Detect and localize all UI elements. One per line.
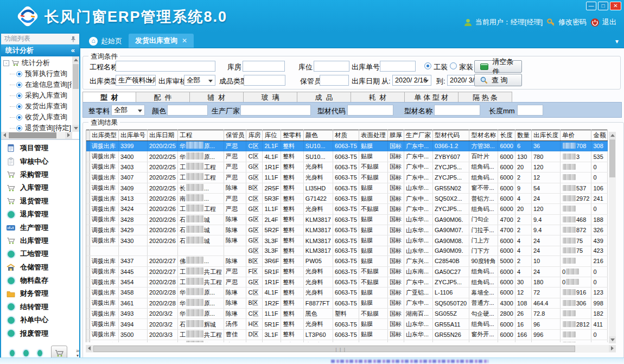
table-row[interactable]: 调拨出库35002020/3/3工共工程曹佳D区3L1F整料LT3P606063… <box>86 329 608 340</box>
column-header[interactable]: 出库日期 <box>148 130 178 141</box>
sidebar-item-项目管理[interactable]: 项目管理 <box>1 142 79 155</box>
sidebar-more-button[interactable]: » ▾ <box>76 348 79 358</box>
material-tab-单体型材[interactable]: 单 体 型 材 <box>405 92 459 103</box>
tab-shipment-query[interactable]: 发货出库查询 ✕ <box>129 34 194 48</box>
table-row[interactable]: 调拨出库34582020/2/28华原...陈琳C区4L1F整料光身料6063-… <box>86 288 608 298</box>
date-from-dropdown[interactable]: 2020/ 2/16 <box>392 75 431 86</box>
material-tab-耗材[interactable]: 耗 材 <box>351 92 405 103</box>
column-header[interactable]: 工程 <box>177 130 224 141</box>
scroll-left-icon[interactable] <box>86 345 93 352</box>
scroll-up-icon[interactable] <box>609 132 616 139</box>
column-header[interactable]: 材质 <box>333 130 359 141</box>
column-header[interactable]: 表面处理 <box>359 130 387 141</box>
sidebar-item-物料盘存[interactable]: 物料盘存 <box>1 274 79 287</box>
sidebar-item-工地管理[interactable]: 工地管理 <box>1 247 79 260</box>
profile-name-input[interactable] <box>434 105 480 116</box>
quick-circle-icon[interactable] <box>23 350 28 356</box>
sidebar-item-补单中心[interactable]: 补单中心 <box>1 314 79 327</box>
radio-industrial[interactable] <box>424 62 431 69</box>
sidebar-item-采购管理[interactable]: 采购管理 <box>1 168 79 181</box>
table-row[interactable]: 调拨出库34452020/2/27工共工程严思F区5R1F整料光身料6063-T… <box>86 266 608 277</box>
change-password-link[interactable]: 修改密码 <box>546 17 587 27</box>
quick-circle-icon[interactable] <box>10 350 15 356</box>
sidebar-item-结转管理[interactable]: 结转管理 <box>1 301 79 314</box>
tree-expander-icon[interactable]: - <box>3 60 9 66</box>
tab-close-icon[interactable]: ✕ <box>182 37 187 44</box>
tree-horizontal-scrollbar[interactable] <box>1 132 72 139</box>
length-input[interactable] <box>517 105 543 116</box>
tree-item-预算执行查询[interactable]: 预算执行查询 <box>2 68 72 79</box>
column-header[interactable]: 长度 <box>498 130 515 141</box>
sidebar-item-报废管理[interactable]: 报废管理 <box>1 327 79 340</box>
tree-vscroll-thumb[interactable] <box>73 64 79 89</box>
column-header[interactable]: 生产厂家 <box>404 130 432 141</box>
close-button[interactable]: ✕ <box>610 2 621 10</box>
table-row[interactable]: 调拨出库34032020/2/25工工程严思G区1R1F整料光身料6063-T5… <box>86 162 608 172</box>
quick-circle-icon[interactable] <box>37 350 42 356</box>
sidebar-item-退库管理[interactable]: 退库管理 <box>1 208 79 221</box>
material-tab-隔热条[interactable]: 隔 热 条 <box>459 92 512 103</box>
table-row[interactable]: 调拨出库35102020/3/4工共工程陈琳F区5R1F整料光身料6063-T5… <box>86 340 608 342</box>
material-tab-型材[interactable]: 型 材 <box>82 92 136 103</box>
column-header[interactable]: 库房 <box>246 130 263 141</box>
section-header[interactable]: 统计分析 « <box>1 44 79 56</box>
column-header[interactable]: 出库长度 <box>531 130 560 141</box>
table-row[interactable]: G区3L3F整料KLM38176063-T5贴膜国标山东华...GA90M09.… <box>86 246 608 256</box>
table-row[interactable]: 调拨出库34242020/2/26工工程严思G区1L1F整料光身料6063-T5… <box>86 204 608 214</box>
column-header[interactable]: 型材名称 <box>469 130 498 141</box>
table-hscroll-thumb[interactable]: ❘❘❘ <box>93 346 575 352</box>
table-row[interactable]: 调拨出库34612020/2/28华原...陈琳B区1R2F整料F8877FT6… <box>86 298 608 308</box>
keeper-input[interactable] <box>320 75 349 86</box>
table-row[interactable]: 调拨出库34932020/3/2华原...陈琳C区1L1F整料黑色塑料不贴膜国标… <box>86 309 608 319</box>
table-row[interactable]: 调拨出库34292020/2/26石城陈琳G区5R2F整料KLM38176063… <box>86 225 608 235</box>
column-header[interactable]: 型材代码 <box>432 130 469 141</box>
table-row[interactable]: 调拨出库34002020/2/25华原...严思C区4L1F整料SU10...6… <box>86 151 608 162</box>
sidebar-item-出库管理[interactable]: 出库管理 <box>1 234 79 247</box>
pin-icon[interactable] <box>71 36 76 42</box>
material-tab-辅材[interactable]: 辅 材 <box>190 92 244 103</box>
table-horizontal-scrollbar[interactable]: ❘❘❘ <box>86 345 616 353</box>
search-button[interactable]: 查 询 <box>474 74 522 86</box>
column-header[interactable]: 颜色 <box>303 130 333 141</box>
scroll-right-icon[interactable] <box>65 132 72 139</box>
tree-item-退货查询待定[interactable]: 退货查询[待定] <box>2 123 72 132</box>
material-tab-成品[interactable]: 成 品 <box>297 92 351 103</box>
scroll-right-icon[interactable] <box>609 345 616 352</box>
radio-industrial-label[interactable]: 工装 <box>434 62 448 72</box>
tree-hscroll-thumb[interactable] <box>9 132 56 138</box>
sidebar-item-审核中心[interactable]: 审核中心 <box>1 155 79 168</box>
column-header[interactable]: 单价 <box>560 130 591 141</box>
column-header[interactable]: 库位 <box>263 130 281 141</box>
sidebar-item-生产管理[interactable]: 生产管理 <box>1 221 79 234</box>
tree-root-item[interactable]: -统计分析 <box>2 58 72 68</box>
warehouse-input[interactable] <box>243 61 285 72</box>
tree-item-在途信息查询待[interactable]: 在途信息查询[待 <box>2 79 72 90</box>
sidebar-item-财务管理[interactable]: 财务管理 <box>1 287 79 300</box>
column-header[interactable]: 出库单号 <box>119 130 148 141</box>
color-input[interactable] <box>167 105 208 116</box>
scroll-left-icon[interactable] <box>1 132 8 139</box>
sidebar-item-入库管理[interactable]: 入库管理 <box>1 181 79 194</box>
manufacturer-input[interactable] <box>240 105 311 116</box>
sidebar-item-退货管理[interactable]: 退货管理 <box>1 195 79 208</box>
out-type-dropdown[interactable]: 生产领料出库 <box>116 75 156 86</box>
order-no-input[interactable] <box>380 61 416 72</box>
table-vscroll-thumb[interactable] <box>609 139 615 177</box>
table-row[interactable]: 调拨出库34942020/3/2石辉城汤伟H区5R1F整料光身料6063-T5贴… <box>86 319 608 329</box>
project-name-input[interactable] <box>116 61 215 72</box>
clear-conditions-button[interactable]: 清空条件 <box>474 60 522 73</box>
whole-piece-dropdown[interactable]: 全部 <box>111 105 145 116</box>
scroll-down-icon[interactable] <box>609 336 616 343</box>
sidebar-item-仓储管理[interactable]: 仓储管理 <box>1 261 79 274</box>
maximize-button[interactable]: □ <box>598 2 608 10</box>
table-row[interactable]: 调拨出库34132020/2/26南...严思C区5R3F整料G71422606… <box>86 193 608 203</box>
column-header[interactable]: 出库类型 <box>90 130 119 141</box>
profile-code-input[interactable] <box>347 105 393 116</box>
table-row[interactable]: 调拨出库34372020/2/27佛...陈琳B区3R6F整料PW056063-… <box>86 256 608 266</box>
column-header[interactable]: 膜厚 <box>387 130 404 141</box>
table-vertical-scrollbar[interactable] <box>609 132 616 343</box>
table-row[interactable]: 调拨出库34282020/2/26石城陈琳G区2L4F整料KLM38176063… <box>86 214 608 225</box>
table-row[interactable]: 调拨出库33992020/2/25华原...严思C区2L1F整料SU10...6… <box>86 141 608 151</box>
table-row[interactable]: 调拨出库34092020/2/25长...陈琳B区2R5F整料LI35HD606… <box>86 183 608 193</box>
product-type-input[interactable] <box>244 75 285 86</box>
